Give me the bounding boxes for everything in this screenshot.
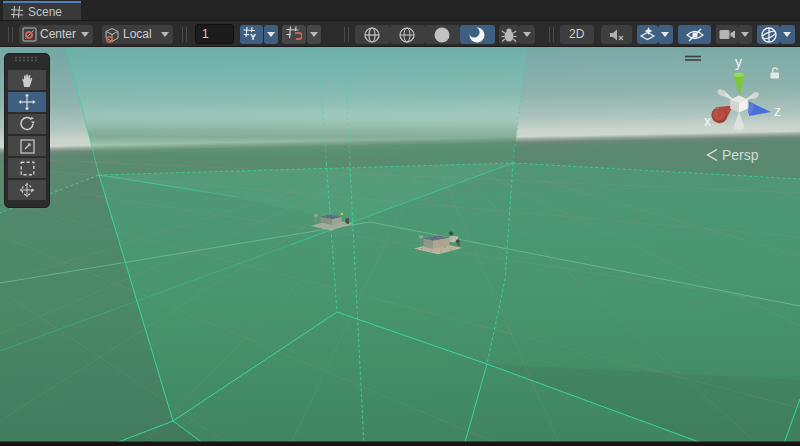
svg-text:z: z: [774, 103, 781, 119]
svg-text:Persp: Persp: [722, 147, 759, 163]
svg-text:Y: Y: [250, 32, 256, 42]
svg-text:y: y: [735, 54, 742, 70]
svg-text:x: x: [704, 113, 711, 129]
